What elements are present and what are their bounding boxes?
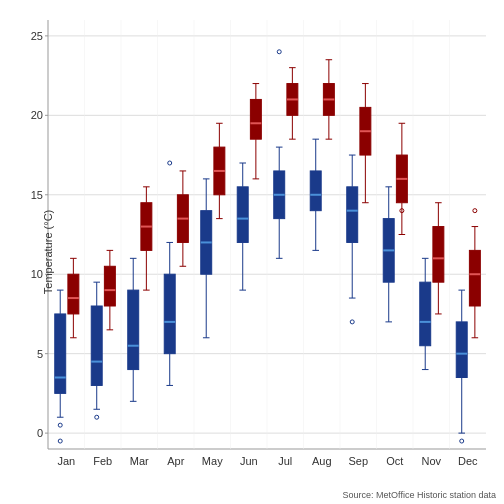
svg-text:Mar: Mar: [130, 455, 149, 467]
svg-point-108: [277, 50, 281, 54]
svg-text:Jun: Jun: [240, 455, 258, 467]
svg-rect-95: [250, 99, 261, 139]
svg-point-176: [460, 439, 464, 443]
svg-rect-28: [68, 274, 79, 314]
svg-text:0: 0: [37, 427, 43, 439]
svg-rect-177: [469, 250, 480, 306]
svg-point-135: [350, 320, 354, 324]
svg-text:10: 10: [31, 268, 43, 280]
svg-rect-116: [310, 171, 321, 211]
svg-rect-89: [237, 187, 248, 243]
svg-text:Dec: Dec: [458, 455, 478, 467]
svg-rect-62: [164, 274, 175, 353]
svg-text:Nov: Nov: [421, 455, 441, 467]
svg-rect-170: [456, 322, 467, 378]
svg-text:Aug: Aug: [312, 455, 332, 467]
svg-rect-35: [91, 306, 102, 385]
svg-text:Jan: Jan: [57, 455, 75, 467]
svg-text:15: 15: [31, 189, 43, 201]
svg-point-41: [95, 415, 99, 419]
svg-text:Feb: Feb: [93, 455, 112, 467]
y-axis-label: Temperature (°C): [42, 210, 54, 294]
svg-text:Jul: Jul: [278, 455, 292, 467]
svg-rect-42: [104, 266, 115, 306]
svg-rect-157: [420, 282, 431, 346]
svg-text:Apr: Apr: [167, 455, 184, 467]
svg-point-183: [473, 209, 477, 213]
chart-container: 0510152025JanFebMarAprMayJunJulAugSepOct…: [0, 0, 504, 504]
svg-text:20: 20: [31, 109, 43, 121]
svg-rect-163: [433, 227, 444, 283]
svg-text:Oct: Oct: [386, 455, 403, 467]
svg-text:5: 5: [37, 348, 43, 360]
source-text: Source: MetOffice Historic station data: [343, 490, 496, 500]
svg-text:May: May: [202, 455, 223, 467]
svg-rect-20: [55, 314, 66, 393]
svg-point-68: [168, 161, 172, 165]
chart-svg: 0510152025JanFebMarAprMayJunJulAugSepOct…: [0, 0, 504, 504]
svg-point-27: [58, 423, 62, 427]
svg-text:25: 25: [31, 30, 43, 42]
svg-point-26: [58, 439, 62, 443]
svg-rect-49: [128, 290, 139, 369]
svg-text:Sep: Sep: [348, 455, 368, 467]
svg-rect-129: [347, 187, 358, 243]
